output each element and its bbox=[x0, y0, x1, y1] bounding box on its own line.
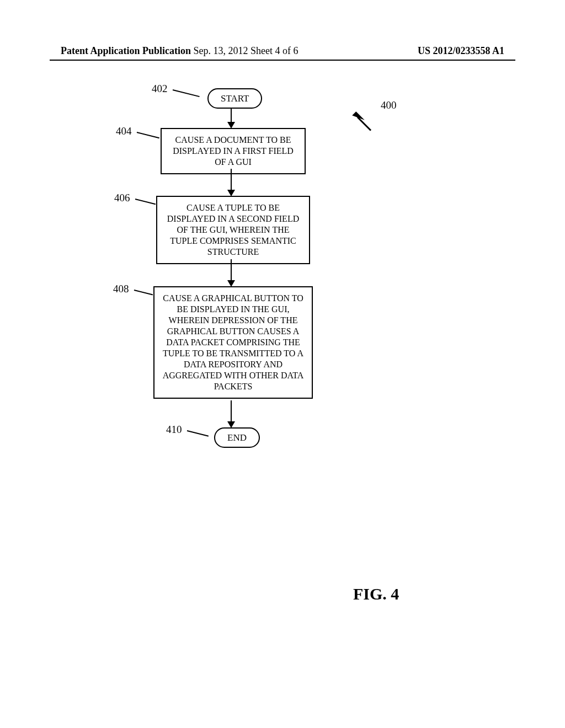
header-rule bbox=[50, 60, 515, 61]
leader-410 bbox=[187, 430, 209, 437]
patent-page: Patent Application Publication Sep. 13, … bbox=[0, 0, 565, 728]
header-right: US 2012/0233558 A1 bbox=[418, 45, 504, 57]
flowchart: START 402 400 CAUSE A DOCUMENT TO BE DIS… bbox=[0, 83, 565, 524]
process-box-1: CAUSE A DOCUMENT TO BE DISPLAYED IN A FI… bbox=[161, 128, 306, 174]
leader-402 bbox=[173, 89, 200, 97]
refnum-406: 406 bbox=[114, 192, 130, 204]
process-box-3: CAUSE A GRAPHICAL BUTTON TO BE DISPLAYED… bbox=[153, 286, 313, 399]
header-left: Patent Application Publication bbox=[61, 45, 191, 57]
process-box-2: CAUSE A TUPLE TO BE DISPLAYED IN A SECON… bbox=[156, 196, 310, 264]
header-mid: Sep. 13, 2012 Sheet 4 of 6 bbox=[194, 45, 299, 57]
page-header: Patent Application Publication Sep. 13, … bbox=[61, 45, 504, 57]
connector-2 bbox=[231, 169, 232, 191]
arrowhead-400-icon bbox=[348, 111, 365, 128]
refnum-410: 410 bbox=[166, 424, 182, 436]
refnum-404: 404 bbox=[116, 125, 132, 137]
connector-3 bbox=[231, 259, 232, 281]
refnum-408: 408 bbox=[113, 283, 129, 295]
terminator-start: START bbox=[207, 88, 262, 109]
leader-404 bbox=[137, 132, 159, 138]
terminator-end: END bbox=[214, 427, 260, 448]
leader-406 bbox=[135, 199, 156, 205]
connector-4 bbox=[231, 400, 232, 422]
connector-1 bbox=[231, 108, 232, 123]
leader-408 bbox=[134, 290, 153, 295]
figure-caption: FIG. 4 bbox=[353, 585, 399, 603]
refnum-400: 400 bbox=[381, 99, 397, 111]
refnum-402: 402 bbox=[152, 83, 168, 95]
